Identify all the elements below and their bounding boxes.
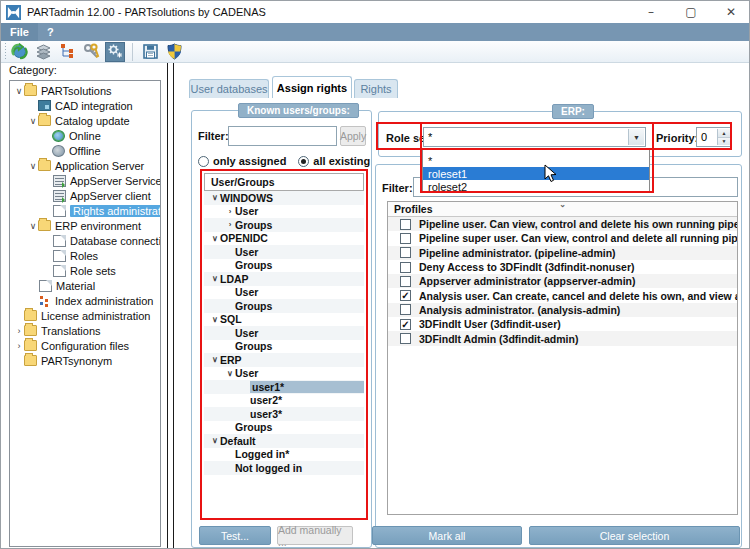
clear-selection-button[interactable]: Clear selection — [529, 526, 740, 545]
tree-item[interactable]: Database connection — [10, 233, 160, 248]
profile-row[interactable]: Appserver administrator (appserver-admin… — [388, 274, 737, 288]
tree-item[interactable]: Online — [10, 128, 160, 143]
tree-item[interactable]: ›Configuration files — [10, 338, 160, 353]
spin-up-icon[interactable]: ▲ — [718, 129, 730, 138]
tree-item[interactable]: AppServer client — [10, 188, 160, 203]
profile-row[interactable]: Pipeline super user. Can view, control a… — [388, 231, 737, 245]
profiles-column-header[interactable]: Profiles ⌄ — [388, 202, 737, 217]
tree-item[interactable]: ›Translations — [10, 323, 160, 338]
tree-item[interactable]: ∨PARTsolutions — [10, 83, 160, 98]
user-group-item[interactable]: Groups — [204, 340, 364, 354]
user-group-item[interactable]: ∨OPENIDC — [204, 232, 364, 246]
save-icon[interactable] — [140, 42, 160, 62]
expander-icon[interactable]: ∨ — [210, 274, 220, 283]
user-group-item[interactable]: Groups — [204, 299, 364, 313]
spin-down-icon[interactable]: ▼ — [718, 138, 730, 146]
tree-item[interactable]: Role sets — [10, 263, 160, 278]
apply-button[interactable]: Apply — [340, 126, 366, 146]
users-filter-input[interactable] — [228, 126, 337, 146]
dropdown-option[interactable]: roleset2 — [423, 180, 649, 193]
sync-icon[interactable] — [9, 42, 29, 62]
expander-icon[interactable]: › — [225, 207, 235, 216]
user-group-item[interactable]: ∨User — [204, 367, 364, 381]
only-assigned-radio[interactable] — [198, 156, 209, 167]
tab-rights[interactable]: Rights — [354, 79, 398, 98]
tree-item[interactable]: CAD integration — [10, 98, 160, 113]
user-group-item[interactable]: ∨Default — [204, 434, 364, 448]
profile-row[interactable]: ✓Analysis user. Can create, cancel and d… — [388, 288, 737, 302]
tree-item[interactable]: License administration — [10, 308, 160, 323]
minimize-button[interactable]: – — [631, 1, 671, 23]
user-group-item[interactable]: ∨LDAP — [204, 272, 364, 286]
chevron-down-icon[interactable]: ▼ — [628, 129, 644, 145]
expander-icon[interactable]: ∨ — [28, 161, 38, 171]
menu-file[interactable]: File — [1, 23, 38, 41]
user-group-item[interactable]: User — [204, 286, 364, 300]
tree-item[interactable]: Offline — [10, 143, 160, 158]
test-button[interactable]: Test... — [199, 526, 271, 545]
expander-icon[interactable]: ∨ — [210, 193, 220, 202]
tab-assign-rights[interactable]: Assign rights — [272, 76, 352, 98]
profile-checkbox[interactable] — [400, 276, 411, 287]
expander-icon[interactable]: › — [14, 341, 24, 351]
catalog-icon[interactable] — [33, 42, 53, 62]
user-group-item[interactable]: user3* — [204, 407, 364, 421]
tree-item[interactable]: ∨Catalog update — [10, 113, 160, 128]
tree-item[interactable]: ∨Application Server — [10, 158, 160, 173]
expander-icon[interactable]: ∨ — [225, 369, 235, 378]
profile-checkbox[interactable]: ✓ — [400, 290, 411, 301]
tree-item[interactable]: PARTsynonym — [10, 353, 160, 368]
tree-item[interactable]: Material — [10, 278, 160, 293]
menu-help[interactable]: ? — [38, 23, 63, 41]
expander-icon[interactable]: ∨ — [14, 86, 24, 96]
user-group-item[interactable]: User — [204, 245, 364, 259]
splitter-handle[interactable] — [167, 63, 174, 549]
priority-spinbox[interactable]: 0 ▲ ▼ — [696, 127, 732, 147]
expander-icon[interactable]: › — [225, 220, 235, 229]
expander-icon[interactable]: ∨ — [210, 436, 220, 445]
user-group-item[interactable]: ›Groups — [204, 218, 364, 232]
user-group-item[interactable]: ∨ERP — [204, 353, 364, 367]
add-manually-button[interactable]: Add manually ... — [277, 526, 353, 545]
expander-icon[interactable]: ∨ — [28, 116, 38, 126]
keys-icon[interactable] — [81, 42, 101, 62]
user-group-item[interactable]: Logged in* — [204, 448, 364, 462]
user-group-item[interactable]: ∨SQL — [204, 313, 364, 327]
admin-shield-icon[interactable] — [164, 42, 184, 62]
maximize-button[interactable]: ▢ — [671, 1, 711, 23]
settings-active-icon[interactable] — [105, 42, 125, 62]
user-group-item[interactable]: User — [204, 326, 364, 340]
profile-checkbox[interactable] — [400, 247, 411, 258]
dropdown-option[interactable]: * — [423, 154, 649, 167]
mark-all-button[interactable]: Mark all — [372, 526, 522, 545]
expander-icon[interactable]: ∨ — [28, 221, 38, 231]
expander-icon[interactable]: › — [14, 326, 24, 336]
toolbar-grip[interactable] — [3, 43, 7, 61]
user-groups-header[interactable]: User/Groups — [204, 173, 364, 191]
tree-item[interactable]: ∨ERP environment — [10, 218, 160, 233]
role-set-combobox[interactable]: * ▼ — [423, 127, 646, 147]
index-tree-icon[interactable] — [57, 42, 77, 62]
expander-icon[interactable]: ∨ — [210, 315, 220, 324]
user-group-item[interactable]: Groups — [204, 421, 364, 435]
profile-checkbox[interactable] — [400, 262, 411, 273]
user-group-item[interactable]: user1* — [204, 380, 364, 394]
header-chevron-icon[interactable]: ⌄ — [559, 200, 566, 209]
user-group-item[interactable]: ›User — [204, 205, 364, 219]
close-button[interactable]: ✕ — [711, 1, 750, 23]
profile-row[interactable]: 3DFindIt Admin (3dfindit-admin) — [388, 331, 737, 345]
profile-row[interactable]: ✓3DFindIt User (3dfindit-user) — [388, 317, 737, 331]
profile-checkbox[interactable] — [400, 219, 411, 230]
profile-row[interactable]: Deny Access to 3DFindIt (3dfindit-nonuse… — [388, 260, 737, 274]
profile-row[interactable]: Pipeline administrator. (pipeline-admin) — [388, 246, 737, 260]
profile-row[interactable]: Analysis administrator. (analysis-admin) — [388, 303, 737, 317]
profile-row[interactable]: Pipeline user. Can view, control and del… — [388, 217, 737, 231]
all-existing-radio[interactable] — [298, 156, 309, 167]
user-group-item[interactable]: ∨WINDOWS — [204, 191, 364, 205]
expander-icon[interactable]: ∨ — [210, 234, 220, 243]
profile-checkbox[interactable] — [400, 304, 411, 315]
tab-user-databases[interactable]: User databases — [189, 79, 269, 98]
dropdown-option[interactable]: roleset1 — [423, 167, 649, 180]
profile-checkbox[interactable] — [400, 233, 411, 244]
tree-item[interactable]: AppServer Service — [10, 173, 160, 188]
